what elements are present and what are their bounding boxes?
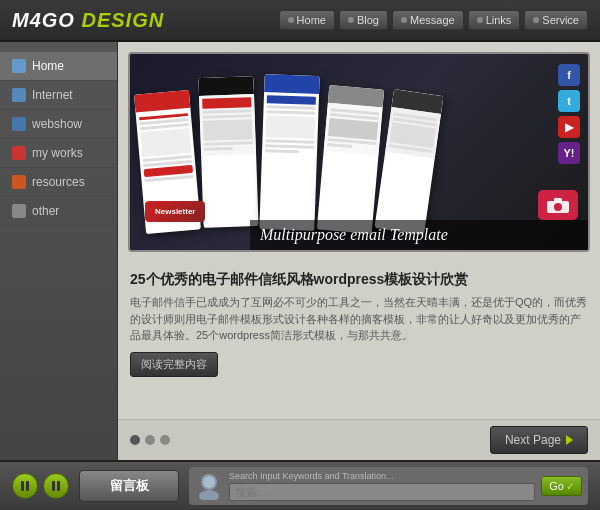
content-area: Newsletter f t ▶ Y!: [118, 42, 600, 460]
main-nav: Home Blog Message Links Service: [279, 10, 588, 30]
newsletter-badge: Newsletter: [145, 201, 205, 222]
header: M4GO DESIGN Home Blog Message Links Serv…: [0, 0, 600, 42]
page-dot-2[interactable]: [145, 435, 155, 445]
email-card-4: [317, 85, 384, 234]
article-section: 25个优秀的电子邮件信纸风格wordpress模板设计欣赏 电子邮件信手已成成为…: [118, 262, 600, 419]
go-button[interactable]: Go ✓: [541, 476, 582, 496]
page-dot-1[interactable]: [130, 435, 140, 445]
sidebar-item-internet[interactable]: Internet: [0, 81, 117, 110]
overlay-text: Multipurpose email Template: [260, 226, 448, 243]
nav-links[interactable]: Links: [468, 10, 521, 30]
nav-blog[interactable]: Blog: [339, 10, 388, 30]
nav-dot-service: [533, 17, 539, 23]
nav-home[interactable]: Home: [279, 10, 335, 30]
article-excerpt: 电子邮件信手已成成为了互网必不可少的工具之一，当然在天晴丰满，还是优于QQ的，而…: [130, 294, 588, 344]
bottom-bar: 留言板 Search Input Keywords and Translatio…: [0, 460, 600, 510]
card-header-3: [264, 74, 320, 94]
svg-point-1: [554, 203, 562, 211]
yahoo-icon[interactable]: Y!: [558, 142, 580, 164]
sidebar-item-myworks[interactable]: my works: [0, 139, 117, 168]
twitter-icon[interactable]: t: [558, 90, 580, 112]
nav-dot-links: [477, 17, 483, 23]
svg-rect-2: [554, 198, 562, 202]
svg-point-5: [203, 476, 215, 488]
main-area: Home Internet webshow my works resources…: [0, 42, 600, 460]
comment-button[interactable]: 留言板: [79, 470, 179, 502]
play-button[interactable]: [12, 473, 38, 499]
facebook-icon[interactable]: f: [558, 64, 580, 86]
myworks-icon: [12, 146, 26, 160]
pause-icon: [21, 481, 29, 491]
nav-dot-message: [401, 17, 407, 23]
sidebar: Home Internet webshow my works resources…: [0, 42, 118, 460]
internet-icon: [12, 88, 26, 102]
webshow-icon: [12, 117, 26, 131]
next-page-button[interactable]: Next Page: [490, 426, 588, 454]
email-card-3: [259, 74, 319, 231]
sidebar-item-resources[interactable]: resources: [0, 168, 117, 197]
pagination-bar: Next Page: [118, 419, 600, 460]
logo: M4GO DESIGN: [12, 9, 279, 32]
resources-icon: [12, 175, 26, 189]
page-dots: [130, 435, 170, 445]
next-page-arrow-icon: [566, 435, 573, 445]
search-avatar-icon: [195, 472, 223, 500]
search-input[interactable]: [229, 483, 535, 501]
nav-dot-blog: [348, 17, 354, 23]
sidebar-item-home[interactable]: Home: [0, 52, 117, 81]
featured-inner: Newsletter f t ▶ Y!: [130, 54, 588, 250]
search-input-container: Search Input Keywords and Translation...: [229, 471, 535, 501]
pause-button[interactable]: [43, 473, 69, 499]
featured-image: Newsletter f t ▶ Y!: [128, 52, 590, 252]
search-area: Search Input Keywords and Translation...…: [189, 467, 588, 505]
play-controls: [12, 473, 69, 499]
read-more-button[interactable]: 阅读完整内容: [130, 352, 218, 377]
sidebar-item-other[interactable]: other: [0, 197, 117, 226]
sidebar-item-webshow[interactable]: webshow: [0, 110, 117, 139]
nav-dot-home: [288, 17, 294, 23]
nav-service[interactable]: Service: [524, 10, 588, 30]
featured-title-overlay: Multipurpose email Template: [250, 220, 588, 250]
nav-message[interactable]: Message: [392, 10, 464, 30]
card-header-2: [198, 76, 254, 96]
other-icon: [12, 204, 26, 218]
pause-icon-2: [52, 481, 60, 491]
go-check-icon: ✓: [566, 481, 574, 492]
search-hint: Search Input Keywords and Translation...: [229, 471, 535, 481]
youtube-icon[interactable]: ▶: [558, 116, 580, 138]
article-title: 25个优秀的电子邮件信纸风格wordpress模板设计欣赏: [130, 270, 588, 288]
logo-design: DESIGN: [75, 9, 164, 31]
social-icons: f t ▶ Y!: [558, 64, 580, 164]
page-dot-3[interactable]: [160, 435, 170, 445]
home-icon: [12, 59, 26, 73]
svg-point-4: [199, 490, 219, 500]
email-card-5: [375, 89, 444, 235]
camera-icon: [538, 190, 578, 220]
email-card-2: [198, 76, 258, 228]
logo-m4go: M4GO: [12, 9, 75, 31]
